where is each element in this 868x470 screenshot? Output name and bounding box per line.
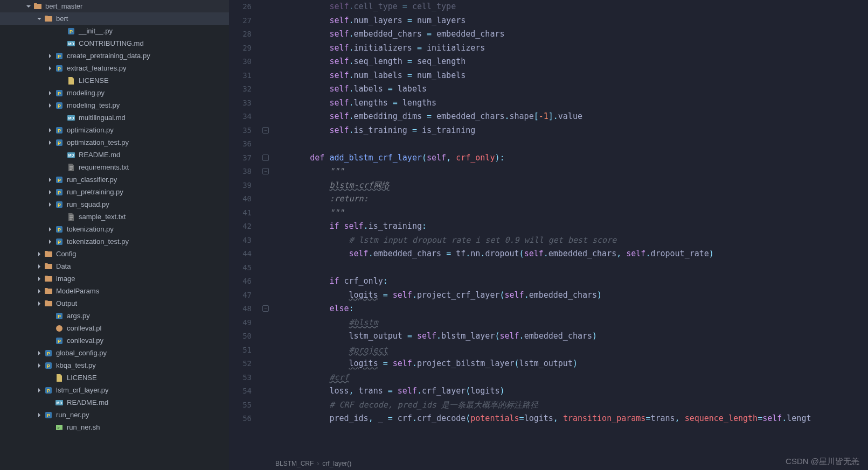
tree-item-run-pretraining-py[interactable]: Prun_pretraining.py — [0, 186, 229, 198]
file-tree-sidebar[interactable]: bert_masterbertP__init__.pyMDCONTRIBUTIN… — [0, 0, 229, 470]
tree-item-optimization-test-py[interactable]: Poptimization_test.py — [0, 136, 229, 149]
chevron-right-icon[interactable] — [46, 139, 54, 146]
chevron-right-icon[interactable] — [46, 238, 54, 245]
tree-item-output[interactable]: Output — [0, 297, 229, 310]
chevron-right-icon[interactable] — [36, 275, 43, 283]
tree-item---init---py[interactable]: P__init__.py — [0, 25, 229, 37]
code-line[interactable]: blstm-crf网络 — [271, 179, 868, 193]
breadcrumb-method[interactable]: crf_layer() — [322, 460, 351, 467]
tree-item-create-pretraining-data-py[interactable]: Pcreate_pretraining_data.py — [0, 50, 229, 62]
tree-item-tokenization-py[interactable]: Ptokenization.py — [0, 223, 229, 235]
code-line[interactable]: # lstm input dropout rate i set 0.9 will… — [271, 234, 868, 248]
tree-item-optimization-py[interactable]: Poptimization.py — [0, 124, 229, 136]
tree-item-license[interactable]: LICENSE — [0, 74, 229, 87]
tree-item-config[interactable]: Config — [0, 248, 229, 260]
tree-item-extract-features-py[interactable]: Pextract_features.py — [0, 62, 229, 74]
tree-item-image[interactable]: image — [0, 272, 229, 285]
tree-item-multilingual-md[interactable]: MDmultilingual.md — [0, 111, 229, 124]
chevron-right-icon[interactable] — [36, 349, 43, 357]
chevron-right-icon[interactable] — [36, 287, 43, 295]
code-line[interactable]: self.lengths = lengths — [271, 96, 868, 110]
chevron-down-icon[interactable] — [36, 15, 43, 23]
tree-item-run-classifier-py[interactable]: Prun_classifier.py — [0, 173, 229, 186]
tree-item-lstm-crf-layer-py[interactable]: Plstm_crf_layer.py — [0, 384, 229, 396]
tree-item-kbqa-test-py[interactable]: Pkbqa_test.py — [0, 359, 229, 371]
code-line[interactable]: self.embedded_chars = embedded_chars — [271, 27, 868, 41]
code-line[interactable]: lstm_output = self.blstm_layer(self.embe… — [271, 329, 868, 343]
tree-item-readme-md[interactable]: MDREADME.md — [0, 149, 229, 161]
breadcrumb[interactable]: BLSTM_CRF › crf_layer() — [229, 457, 868, 470]
tree-item-args-py[interactable]: Pargs.py — [0, 310, 229, 322]
breadcrumb-class[interactable]: BLSTM_CRF — [275, 460, 314, 467]
tree-item-conlleval-py[interactable]: Pconlleval.py — [0, 334, 229, 347]
tree-item-run-ner-sh[interactable]: >_run_ner.sh — [0, 421, 229, 433]
code-content[interactable]: self.cell_type = cell_type self.num_laye… — [271, 0, 868, 457]
code-line[interactable]: :return: — [271, 192, 868, 206]
tree-item-modeling-py[interactable]: Pmodeling.py — [0, 87, 229, 99]
fold-toggle-icon[interactable]: − — [262, 155, 269, 161]
code-line[interactable]: #crf — [271, 371, 868, 385]
fold-toggle-icon[interactable]: − — [262, 168, 269, 174]
chevron-right-icon[interactable] — [46, 226, 54, 233]
fold-column[interactable]: −−−− — [261, 0, 271, 457]
code-line[interactable]: else: — [271, 302, 868, 316]
tree-item-bert-master[interactable]: bert_master — [0, 0, 229, 12]
code-line[interactable] — [271, 137, 868, 151]
tree-item-run-squad-py[interactable]: Prun_squad.py — [0, 198, 229, 211]
chevron-down-icon[interactable] — [25, 3, 32, 10]
code-line[interactable]: self.num_labels = num_labels — [271, 69, 868, 83]
code-line[interactable]: if self.is_training: — [271, 220, 868, 234]
code-line[interactable]: # CRF decode, pred_ids 是一条最大概率的标注路径 — [271, 398, 868, 412]
chevron-right-icon[interactable] — [46, 89, 54, 97]
tree-item-license[interactable]: LICENSE — [0, 371, 229, 384]
code-line[interactable]: self.seq_length = seq_length — [271, 55, 868, 69]
code-line[interactable]: self.cell_type = cell_type — [271, 0, 868, 14]
fold-toggle-icon[interactable]: − — [262, 127, 269, 134]
chevron-right-icon[interactable] — [36, 362, 43, 369]
chevron-right-icon[interactable] — [46, 188, 54, 196]
code-line[interactable]: logits = self.project_crf_layer(self.emb… — [271, 289, 868, 303]
code-line[interactable]: self.num_layers = num_layers — [271, 14, 868, 28]
tree-item-conlleval-pl[interactable]: conlleval.pl — [0, 322, 229, 334]
chevron-right-icon[interactable] — [36, 263, 43, 270]
tree-item-contributing-md[interactable]: MDCONTRIBUTING.md — [0, 37, 229, 50]
code-line[interactable]: self.embedded_chars = tf.nn.dropout(self… — [271, 247, 868, 261]
tree-item-tokenization-test-py[interactable]: Ptokenization_test.py — [0, 235, 229, 248]
tree-item-modelparams[interactable]: ModelParams — [0, 285, 229, 297]
chevron-right-icon[interactable] — [46, 65, 54, 72]
code-line[interactable]: self.embedding_dims = embedded_chars.sha… — [271, 110, 868, 124]
code-line[interactable]: #project — [271, 343, 868, 357]
chevron-right-icon[interactable] — [46, 52, 54, 60]
chevron-right-icon[interactable] — [36, 300, 43, 307]
token-op: . — [524, 290, 529, 300]
code-line[interactable]: self.labels = labels — [271, 82, 868, 96]
chevron-right-icon[interactable] — [46, 127, 54, 134]
code-line[interactable]: self.initializers = initializers — [271, 41, 868, 55]
code-line[interactable]: pred_ids, _ = crf.crf_decode(potentials=… — [271, 412, 868, 426]
code-line[interactable]: logits = self.project_bilstm_layer(lstm_… — [271, 357, 868, 371]
code-line[interactable]: loss, trans = self.crf_layer(logits) — [271, 384, 868, 398]
tree-item-sample-text-txt[interactable]: sample_text.txt — [0, 211, 229, 223]
tree-item-global-config-py[interactable]: Pglobal_config.py — [0, 347, 229, 359]
tree-item-run-ner-py[interactable]: Prun_ner.py — [0, 409, 229, 421]
code-line[interactable]: def add_blstm_crf_layer(self, crf_only): — [271, 151, 868, 165]
chevron-right-icon[interactable] — [36, 411, 43, 419]
code-editor[interactable]: 2627282930313233343536373839404142434445… — [229, 0, 868, 470]
chevron-right-icon[interactable] — [46, 176, 54, 184]
tree-item-bert[interactable]: bert — [0, 12, 229, 25]
code-line[interactable] — [271, 261, 868, 275]
tree-item-modeling-test-py[interactable]: Pmodeling_test.py — [0, 99, 229, 111]
tree-item-readme-md[interactable]: MDREADME.md — [0, 396, 229, 409]
chevron-right-icon[interactable] — [46, 102, 54, 109]
chevron-right-icon[interactable] — [36, 387, 43, 394]
code-line[interactable]: """ — [271, 165, 868, 179]
code-line[interactable]: if crf_only: — [271, 275, 868, 289]
chevron-right-icon[interactable] — [36, 250, 43, 258]
tree-item-data[interactable]: Data — [0, 260, 229, 272]
fold-toggle-icon[interactable]: − — [262, 305, 269, 312]
code-line[interactable]: self.is_training = is_training — [271, 124, 868, 138]
tree-item-requirements-txt[interactable]: requirements.txt — [0, 161, 229, 173]
code-line[interactable]: """ — [271, 206, 868, 220]
code-line[interactable]: #blstm — [271, 316, 868, 330]
chevron-right-icon[interactable] — [46, 201, 54, 208]
